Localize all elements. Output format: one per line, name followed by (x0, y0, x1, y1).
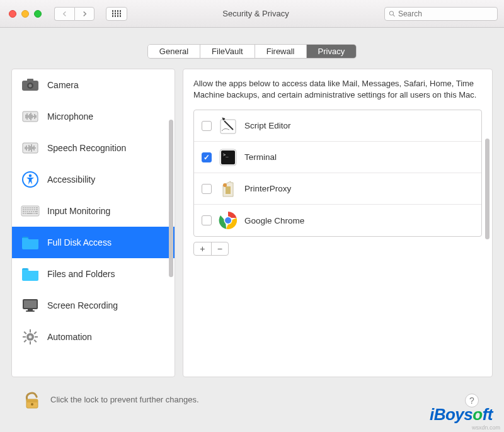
search-icon (389, 10, 396, 18)
privacy-sidebar: Camera Microphone Speech Recognition (11, 69, 175, 377)
add-remove-group: + − (193, 242, 229, 256)
close-window-button[interactable] (9, 10, 16, 18)
back-button[interactable] (54, 7, 74, 21)
checkbox[interactable] (202, 184, 212, 194)
tab-filevault[interactable]: FileVault (200, 45, 255, 58)
sidebar-item-label: Speech Recognition (47, 143, 126, 153)
search-field[interactable] (384, 7, 498, 21)
sidebar-item-label: Input Monitoring (47, 206, 110, 216)
svg-point-77 (223, 183, 227, 187)
sidebar-item-label: Automation (47, 332, 92, 342)
svg-rect-54 (23, 213, 24, 214)
sidebar-item-full-disk-access[interactable]: Full Disk Access (12, 227, 175, 258)
add-button[interactable]: + (194, 242, 212, 255)
svg-rect-47 (23, 211, 25, 212)
svg-rect-39 (23, 209, 24, 210)
app-name: PrinterProxy (244, 184, 291, 193)
sidebar-item-accessibility[interactable]: Accessibility (12, 164, 175, 195)
sidebar-item-label: Screen Recording (47, 300, 118, 310)
svg-rect-32 (25, 207, 26, 208)
sidebar-item-input-monitoring[interactable]: Input Monitoring (12, 195, 175, 227)
svg-rect-38 (36, 207, 38, 208)
search-input[interactable] (398, 9, 493, 18)
zoom-window-button[interactable] (34, 10, 42, 18)
app-row[interactable]: Google Chrome (194, 205, 481, 236)
app-name: Google Chrome (244, 216, 304, 225)
svg-rect-45 (34, 209, 35, 210)
description-text: Allow the apps below to access data like… (193, 78, 482, 101)
gear-icon (21, 327, 40, 346)
checkbox[interactable] (202, 121, 212, 131)
svg-rect-44 (32, 209, 33, 210)
svg-rect-58 (35, 213, 38, 214)
watermark: iBoysoft (430, 405, 493, 424)
sidebar-item-screen-recording[interactable]: Screen Recording (12, 290, 175, 321)
printer-proxy-icon (218, 179, 238, 199)
svg-point-72 (29, 336, 32, 339)
app-row[interactable]: >_ Terminal (194, 142, 481, 173)
checkbox[interactable] (202, 215, 212, 225)
svg-rect-40 (25, 209, 26, 210)
folder-icon (21, 233, 40, 252)
source-text: wsxdn.com (472, 424, 500, 431)
app-list: Script Editor >_ Terminal (193, 110, 482, 237)
svg-rect-52 (33, 211, 34, 212)
screen-icon (21, 296, 40, 315)
tab-privacy[interactable]: Privacy (307, 45, 357, 58)
svg-rect-35 (30, 207, 32, 208)
show-all-prefs-button[interactable] (106, 7, 127, 21)
svg-rect-33 (26, 207, 28, 208)
svg-rect-34 (28, 207, 30, 208)
app-row[interactable]: PrinterProxy (194, 173, 481, 205)
minimize-window-button[interactable] (21, 10, 29, 18)
lock-icon[interactable] (21, 389, 43, 410)
svg-rect-82 (26, 399, 38, 402)
svg-rect-62 (26, 310, 35, 312)
sidebar-item-label: Microphone (47, 111, 93, 122)
sidebar-item-microphone[interactable]: Microphone (12, 101, 175, 132)
camera-icon (21, 76, 40, 94)
svg-text:>_: >_ (223, 152, 229, 157)
svg-point-5 (29, 84, 32, 88)
svg-rect-3 (27, 79, 33, 82)
traffic-lights (6, 10, 42, 18)
svg-rect-49 (27, 211, 28, 212)
svg-rect-37 (34, 207, 35, 208)
svg-rect-67 (35, 336, 38, 338)
svg-rect-57 (33, 213, 35, 214)
svg-point-83 (31, 403, 33, 406)
svg-rect-53 (35, 211, 38, 212)
svg-rect-48 (25, 211, 26, 212)
svg-rect-6 (23, 111, 38, 122)
remove-button[interactable]: − (212, 242, 229, 255)
keyboard-icon (21, 202, 40, 220)
apps-grid-icon (112, 10, 122, 17)
tab-general[interactable]: General (148, 45, 200, 58)
sidebar-item-label: Accessibility (47, 174, 95, 185)
sidebar-scrollbar[interactable] (169, 120, 173, 277)
window-title: Security & Privacy (134, 9, 378, 18)
checkbox[interactable] (202, 152, 212, 162)
sidebar-item-files-folders[interactable]: Files and Folders (12, 258, 175, 290)
sidebar-item-camera[interactable]: Camera (12, 69, 175, 101)
tabs: General FileVault Firewall Privacy (11, 44, 493, 59)
app-row[interactable]: Script Editor (194, 110, 481, 142)
forward-button[interactable] (74, 7, 94, 21)
svg-rect-56 (26, 213, 33, 214)
folder-icon (21, 264, 40, 283)
sidebar-item-label: Files and Folders (47, 269, 115, 279)
tab-firewall[interactable]: Firewall (255, 45, 307, 58)
watermark-suffix: ft (483, 405, 493, 424)
main-panel: Allow the apps below to access data like… (183, 69, 493, 377)
footer: Click the lock to prevent further change… (11, 377, 493, 421)
svg-rect-42 (28, 209, 30, 210)
svg-point-80 (225, 217, 231, 224)
svg-rect-31 (23, 207, 24, 208)
sidebar-item-label: Camera (47, 80, 79, 90)
watermark-prefix: iBoys (430, 405, 472, 424)
svg-rect-46 (36, 209, 38, 210)
sidebar-item-speech[interactable]: Speech Recognition (12, 132, 175, 164)
sidebar-item-automation[interactable]: Automation (12, 321, 175, 353)
svg-rect-60 (24, 300, 37, 308)
app-list-scrollbar[interactable] (485, 139, 490, 239)
